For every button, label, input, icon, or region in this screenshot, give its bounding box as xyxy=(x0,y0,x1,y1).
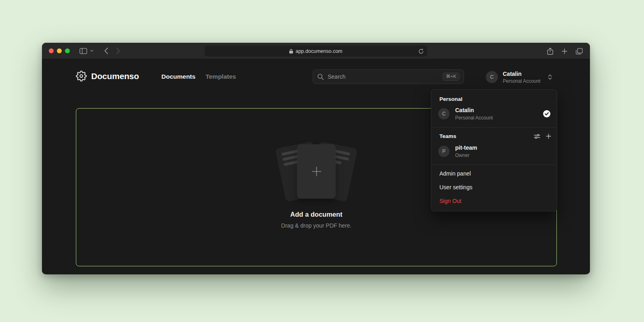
account-subtitle: Personal Account xyxy=(503,78,540,84)
brand-link[interactable]: Documenso xyxy=(76,71,139,82)
app-page: Documenso Documents Templates ⌘+K C Cata… xyxy=(42,59,590,274)
menu-divider xyxy=(431,127,557,128)
team-preferences-sliders-icon[interactable] xyxy=(534,133,540,140)
browser-window: app.documenso.com xyxy=(42,43,590,274)
main-nav: Documents Templates xyxy=(161,73,236,80)
window-controls xyxy=(49,48,70,53)
share-icon[interactable] xyxy=(547,48,553,55)
dropzone-title: Add a document xyxy=(290,211,342,218)
team-role: Owner xyxy=(455,153,477,158)
window-zoom-button[interactable] xyxy=(65,48,70,53)
menu-item-user-settings[interactable]: User settings xyxy=(431,180,557,194)
personal-avatar: C xyxy=(438,108,450,119)
menu-section-teams: Teams xyxy=(431,129,557,142)
check-circle-icon xyxy=(543,110,550,117)
new-tab-plus-icon[interactable] xyxy=(562,48,567,54)
team-avatar: P xyxy=(438,146,450,157)
back-icon[interactable] xyxy=(104,48,108,54)
account-avatar: C xyxy=(486,71,498,83)
tab-overview-icon[interactable] xyxy=(576,48,583,54)
dropzone-subtitle: Drag & drop your PDF here. xyxy=(281,222,351,229)
menu-item-personal-account[interactable]: C Catalin Personal Account xyxy=(431,105,557,125)
document-cards-illustration xyxy=(268,143,365,200)
browser-titlebar: app.documenso.com xyxy=(42,43,590,59)
chevrons-up-down-icon xyxy=(548,74,552,80)
search-input[interactable] xyxy=(328,73,443,80)
titlebar-right-controls xyxy=(547,43,583,59)
account-menu-button[interactable]: C Catalin Personal Account xyxy=(486,71,552,84)
personal-account-name: Catalin xyxy=(455,107,493,114)
sidebar-toggle-icon[interactable] xyxy=(79,48,87,54)
lock-icon xyxy=(289,49,293,54)
window-minimize-button[interactable] xyxy=(57,48,62,53)
search-icon xyxy=(317,73,324,80)
account-dropdown-menu: Personal C Catalin Personal Account Team… xyxy=(431,89,557,211)
menu-item-team[interactable]: P pit-team Owner xyxy=(431,142,557,163)
nav-templates[interactable]: Templates xyxy=(205,73,236,80)
window-close-button[interactable] xyxy=(49,48,54,53)
menu-section-personal: Personal xyxy=(431,92,557,105)
menu-item-sign-out[interactable]: Sign Out xyxy=(431,194,557,208)
nav-documents[interactable]: Documents xyxy=(161,73,195,80)
documenso-logo-icon xyxy=(76,71,87,82)
teams-header: Teams xyxy=(439,133,456,139)
plus-icon xyxy=(310,165,322,178)
document-card-center xyxy=(297,144,336,199)
titlebar-left-controls xyxy=(79,48,120,54)
address-bar[interactable]: app.documenso.com xyxy=(205,46,427,56)
add-team-plus-icon[interactable] xyxy=(546,134,551,139)
refresh-icon[interactable] xyxy=(418,48,424,54)
menu-divider xyxy=(431,165,557,165)
url-text: app.documenso.com xyxy=(295,48,342,54)
team-name: pit-team xyxy=(455,144,477,151)
menu-item-admin-panel[interactable]: Admin panel xyxy=(431,167,557,180)
chevron-down-icon[interactable] xyxy=(90,50,94,52)
account-name: Catalin xyxy=(503,71,540,77)
brand-name: Documenso xyxy=(91,71,139,81)
forward-icon[interactable] xyxy=(116,48,120,54)
search-bar[interactable]: ⌘+K xyxy=(313,69,464,84)
search-shortcut-badge: ⌘+K xyxy=(443,73,460,81)
personal-account-subtitle: Personal Account xyxy=(455,115,493,121)
